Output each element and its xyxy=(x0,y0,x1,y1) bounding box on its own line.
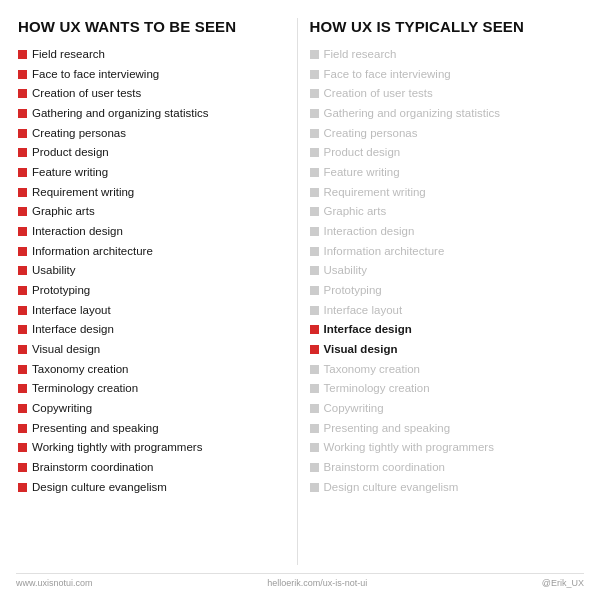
bullet-icon xyxy=(310,266,319,275)
footer-left: www.uxisnotui.com xyxy=(16,578,93,588)
right-list-item: Terminology creation xyxy=(310,380,577,397)
left-list-item: Presenting and speaking xyxy=(18,420,285,437)
left-list-item: Requirement writing xyxy=(18,184,285,201)
right-list-item: Usability xyxy=(310,262,577,279)
left-list-item: Product design xyxy=(18,144,285,161)
right-list-item: Presenting and speaking xyxy=(310,420,577,437)
right-list-item: Creation of user tests xyxy=(310,85,577,102)
bullet-icon xyxy=(18,247,27,256)
left-column: HOW UX WANTS TO BE SEEN Field researchFa… xyxy=(16,18,293,565)
right-list-item: Requirement writing xyxy=(310,184,577,201)
left-list-item: Face to face interviewing xyxy=(18,66,285,83)
left-list-item: Terminology creation xyxy=(18,380,285,397)
list-item-label: Gathering and organizing statistics xyxy=(324,105,500,122)
left-list-item: Creating personas xyxy=(18,125,285,142)
list-item-label: Interaction design xyxy=(324,223,415,240)
columns-area: HOW UX WANTS TO BE SEEN Field researchFa… xyxy=(16,18,584,565)
list-item-label: Creation of user tests xyxy=(32,85,141,102)
list-item-label: Requirement writing xyxy=(324,184,426,201)
list-item-label: Face to face interviewing xyxy=(32,66,159,83)
right-list: Field researchFace to face interviewingC… xyxy=(310,46,577,495)
bullet-icon xyxy=(310,70,319,79)
right-list-item: Gathering and organizing statistics xyxy=(310,105,577,122)
list-item-label: Usability xyxy=(324,262,367,279)
left-list-item: Usability xyxy=(18,262,285,279)
list-item-label: Visual design xyxy=(32,341,100,358)
list-item-label: Interface layout xyxy=(32,302,111,319)
bullet-icon xyxy=(310,227,319,236)
bullet-icon xyxy=(18,129,27,138)
list-item-label: Terminology creation xyxy=(32,380,138,397)
bullet-icon xyxy=(310,424,319,433)
left-header: HOW UX WANTS TO BE SEEN xyxy=(18,18,285,36)
bullet-icon xyxy=(310,168,319,177)
list-item-label: Prototyping xyxy=(324,282,382,299)
bullet-icon xyxy=(18,188,27,197)
bullet-icon xyxy=(18,404,27,413)
list-item-label: Field research xyxy=(32,46,105,63)
right-list-item: Product design xyxy=(310,144,577,161)
list-item-label: Field research xyxy=(324,46,397,63)
right-column: HOW UX IS TYPICALLY SEEN Field researchF… xyxy=(302,18,585,565)
list-item-label: Design culture evangelism xyxy=(32,479,167,496)
list-item-label: Taxonomy creation xyxy=(324,361,421,378)
footer: www.uxisnotui.com helloerik.com/ux-is-no… xyxy=(16,573,584,588)
bullet-icon xyxy=(310,306,319,315)
bullet-icon xyxy=(310,384,319,393)
bullet-icon xyxy=(18,424,27,433)
list-item-label: Gathering and organizing statistics xyxy=(32,105,208,122)
bullet-icon xyxy=(18,109,27,118)
bullet-icon xyxy=(18,306,27,315)
right-list-item: Information architecture xyxy=(310,243,577,260)
bullet-icon xyxy=(18,384,27,393)
footer-right: @Erik_UX xyxy=(542,578,584,588)
bullet-icon xyxy=(310,247,319,256)
list-item-label: Creating personas xyxy=(324,125,418,142)
left-list-item: Copywriting xyxy=(18,400,285,417)
bullet-icon xyxy=(18,325,27,334)
bullet-icon xyxy=(310,148,319,157)
list-item-label: Working tightly with programmers xyxy=(32,439,202,456)
left-list-item: Visual design xyxy=(18,341,285,358)
column-divider xyxy=(297,18,298,565)
bullet-icon xyxy=(310,89,319,98)
list-item-label: Working tightly with programmers xyxy=(324,439,494,456)
bullet-icon xyxy=(18,168,27,177)
right-header: HOW UX IS TYPICALLY SEEN xyxy=(310,18,577,36)
bullet-icon xyxy=(18,463,27,472)
bullet-icon xyxy=(18,50,27,59)
right-list-item: Feature writing xyxy=(310,164,577,181)
left-list-item: Interaction design xyxy=(18,223,285,240)
bullet-icon xyxy=(310,404,319,413)
bullet-icon xyxy=(310,463,319,472)
footer-center: helloerik.com/ux-is-not-ui xyxy=(93,578,542,588)
left-list-item: Feature writing xyxy=(18,164,285,181)
list-item-label: Brainstorm coordination xyxy=(324,459,445,476)
bullet-icon xyxy=(18,70,27,79)
list-item-label: Taxonomy creation xyxy=(32,361,129,378)
bullet-icon xyxy=(310,207,319,216)
bullet-icon xyxy=(310,109,319,118)
bullet-icon xyxy=(310,345,319,354)
left-list-item: Information architecture xyxy=(18,243,285,260)
left-list-item: Design culture evangelism xyxy=(18,479,285,496)
bullet-icon xyxy=(18,365,27,374)
list-item-label: Design culture evangelism xyxy=(324,479,459,496)
list-item-label: Graphic arts xyxy=(324,203,387,220)
left-list-item: Brainstorm coordination xyxy=(18,459,285,476)
bullet-icon xyxy=(18,89,27,98)
list-item-label: Prototyping xyxy=(32,282,90,299)
right-list-item: Graphic arts xyxy=(310,203,577,220)
list-item-label: Brainstorm coordination xyxy=(32,459,153,476)
right-list-item: Taxonomy creation xyxy=(310,361,577,378)
list-item-label: Interface layout xyxy=(324,302,403,319)
left-list-item: Gathering and organizing statistics xyxy=(18,105,285,122)
bullet-icon xyxy=(310,129,319,138)
bullet-icon xyxy=(18,286,27,295)
right-list-item: Brainstorm coordination xyxy=(310,459,577,476)
list-item-label: Creating personas xyxy=(32,125,126,142)
left-list-item: Working tightly with programmers xyxy=(18,439,285,456)
right-list-item: Copywriting xyxy=(310,400,577,417)
right-list-item: Interface layout xyxy=(310,302,577,319)
bullet-icon xyxy=(310,188,319,197)
